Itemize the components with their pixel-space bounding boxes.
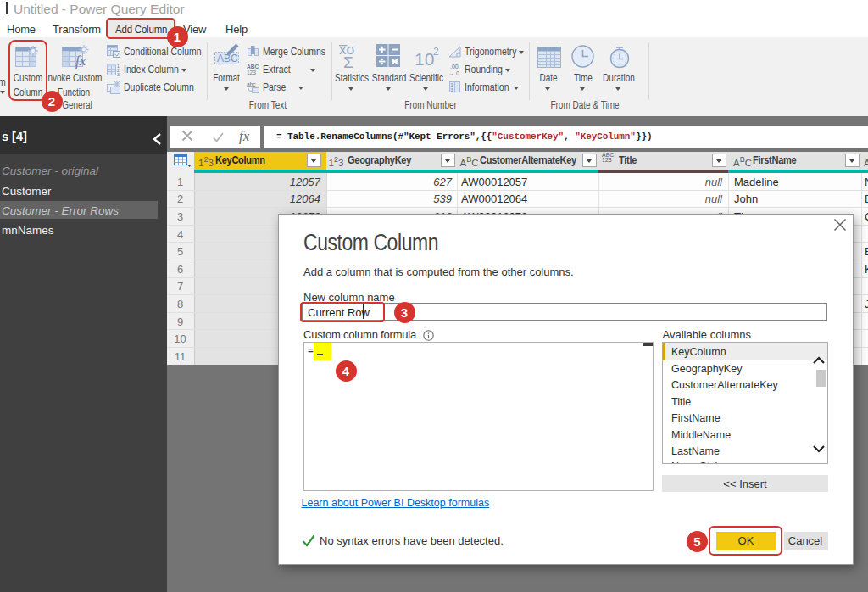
svg-text:2: 2 <box>433 46 439 58</box>
svg-text:fx: fx <box>75 53 86 69</box>
svg-text:ABC: ABC <box>247 64 259 70</box>
svg-text:→.0: →.0 <box>448 70 459 76</box>
svg-text:abc: abc <box>247 81 256 87</box>
svg-text:10: 10 <box>415 49 434 69</box>
svg-text:Σ: Σ <box>343 53 353 69</box>
svg-text:1: 1 <box>451 82 453 87</box>
svg-text:3: 3 <box>117 72 120 76</box>
svg-text:123: 123 <box>247 70 256 75</box>
svg-text:3: 3 <box>451 87 453 92</box>
svg-text:.00: .00 <box>450 64 459 70</box>
